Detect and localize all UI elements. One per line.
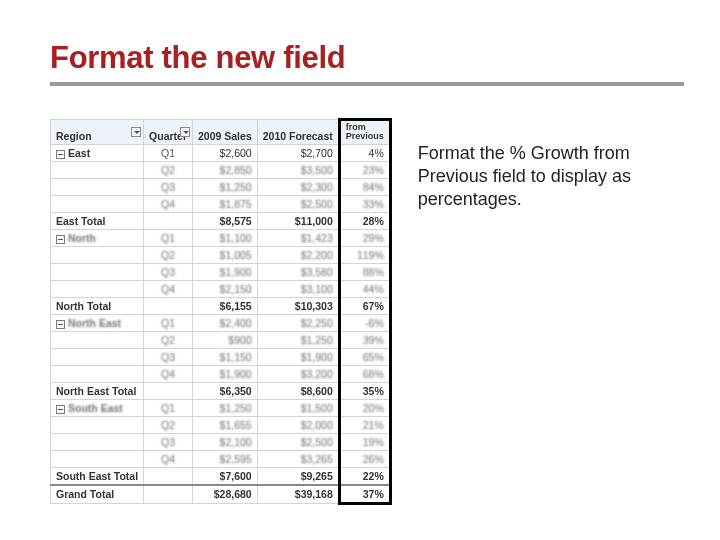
quarter-cell: Q1 bbox=[144, 314, 193, 331]
collapse-icon[interactable] bbox=[56, 235, 65, 244]
grand-total-label: Grand Total bbox=[51, 485, 144, 504]
col-header-region-label: Region bbox=[56, 130, 92, 142]
table-row: Q3$1,150$1,90065% bbox=[51, 348, 391, 365]
region-cell bbox=[51, 280, 144, 297]
forecast-cell: $1,900 bbox=[257, 348, 339, 365]
subtotal-forecast: $10,303 bbox=[257, 297, 339, 314]
forecast-cell: $1,250 bbox=[257, 331, 339, 348]
filter-dropdown-icon[interactable] bbox=[180, 127, 190, 137]
col-header-quarter[interactable]: Quarter bbox=[144, 120, 193, 145]
col-header-region[interactable]: Region bbox=[51, 120, 144, 145]
quarter-cell: Q3 bbox=[144, 178, 193, 195]
region-label: North bbox=[68, 232, 96, 244]
growth-cell: 29% bbox=[339, 229, 390, 246]
subtotal-growth: 28% bbox=[339, 212, 390, 229]
region-cell bbox=[51, 331, 144, 348]
title-rule bbox=[50, 82, 684, 86]
table-row: EastQ1$2,600$2,7004% bbox=[51, 144, 391, 161]
subtotal-row: East Total$8,575$11,00028% bbox=[51, 212, 391, 229]
table-row: Q2$2,850$3,50023% bbox=[51, 161, 391, 178]
quarter-cell: Q1 bbox=[144, 399, 193, 416]
growth-cell: 19% bbox=[339, 433, 390, 450]
sales-cell: $1,250 bbox=[193, 178, 258, 195]
grand-total-growth: 37% bbox=[339, 485, 390, 504]
growth-cell: 33% bbox=[339, 195, 390, 212]
region-cell bbox=[51, 263, 144, 280]
region-cell bbox=[51, 348, 144, 365]
filter-dropdown-icon[interactable] bbox=[131, 127, 141, 137]
slide-title: Format the new field bbox=[50, 40, 684, 76]
col-header-growth: from Previous bbox=[339, 120, 390, 145]
region-label: South East bbox=[68, 402, 123, 414]
growth-cell: 84% bbox=[339, 178, 390, 195]
forecast-cell: $2,500 bbox=[257, 433, 339, 450]
growth-cell: 65% bbox=[339, 348, 390, 365]
region-cell: North East bbox=[51, 314, 144, 331]
quarter-cell: Q3 bbox=[144, 263, 193, 280]
region-cell: South East bbox=[51, 399, 144, 416]
table-row: South EastQ1$1,250$1,50020% bbox=[51, 399, 391, 416]
table-row: Q2$1,655$2,00021% bbox=[51, 416, 391, 433]
table-row: Q3$2,100$2,50019% bbox=[51, 433, 391, 450]
quarter-cell: Q3 bbox=[144, 433, 193, 450]
quarter-cell: Q4 bbox=[144, 365, 193, 382]
region-cell bbox=[51, 246, 144, 263]
table-row: Q3$1,900$3,58088% bbox=[51, 263, 391, 280]
collapse-icon[interactable] bbox=[56, 150, 65, 159]
sales-cell: $1,150 bbox=[193, 348, 258, 365]
quarter-cell: Q2 bbox=[144, 161, 193, 178]
growth-cell: 44% bbox=[339, 280, 390, 297]
sales-cell: $1,005 bbox=[193, 246, 258, 263]
col-header-forecast: 2010 Forecast bbox=[257, 120, 339, 145]
grand-total-sales: $28,680 bbox=[193, 485, 258, 504]
growth-cell: -6% bbox=[339, 314, 390, 331]
sales-cell: $1,655 bbox=[193, 416, 258, 433]
subtotal-forecast: $11,000 bbox=[257, 212, 339, 229]
forecast-cell: $1,500 bbox=[257, 399, 339, 416]
forecast-cell: $2,000 bbox=[257, 416, 339, 433]
sales-cell: $2,400 bbox=[193, 314, 258, 331]
table-row: Q4$2,595$3,26526% bbox=[51, 450, 391, 467]
sales-cell: $1,875 bbox=[193, 195, 258, 212]
subtotal-sales: $8,575 bbox=[193, 212, 258, 229]
quarter-cell: Q1 bbox=[144, 144, 193, 161]
table-row: Q2$900$1,25039% bbox=[51, 331, 391, 348]
forecast-cell: $2,500 bbox=[257, 195, 339, 212]
subtotal-row: North East Total$6,350$8,60035% bbox=[51, 382, 391, 399]
region-cell bbox=[51, 450, 144, 467]
quarter-cell: Q4 bbox=[144, 280, 193, 297]
subtotal-growth: 35% bbox=[339, 382, 390, 399]
table-row: Q4$1,900$3,20068% bbox=[51, 365, 391, 382]
forecast-cell: $3,100 bbox=[257, 280, 339, 297]
growth-cell: 4% bbox=[339, 144, 390, 161]
forecast-cell: $1,423 bbox=[257, 229, 339, 246]
sales-cell: $2,595 bbox=[193, 450, 258, 467]
table-row: Q4$2,150$3,10044% bbox=[51, 280, 391, 297]
forecast-cell: $3,200 bbox=[257, 365, 339, 382]
quarter-cell: Q2 bbox=[144, 416, 193, 433]
subtotal-forecast: $8,600 bbox=[257, 382, 339, 399]
sales-cell: $1,900 bbox=[193, 365, 258, 382]
quarter-cell: Q2 bbox=[144, 331, 193, 348]
subtotal-sales: $6,350 bbox=[193, 382, 258, 399]
subtotal-forecast: $9,265 bbox=[257, 467, 339, 485]
collapse-icon[interactable] bbox=[56, 320, 65, 329]
forecast-cell: $3,265 bbox=[257, 450, 339, 467]
subtotal-row: South East Total$7,600$9,26522% bbox=[51, 467, 391, 485]
sales-cell: $1,250 bbox=[193, 399, 258, 416]
subtotal-growth: 22% bbox=[339, 467, 390, 485]
growth-cell: 26% bbox=[339, 450, 390, 467]
region-cell: North bbox=[51, 229, 144, 246]
growth-cell: 68% bbox=[339, 365, 390, 382]
table-row: Q2$1,005$2,200119% bbox=[51, 246, 391, 263]
table-row: North EastQ1$2,400$2,250-6% bbox=[51, 314, 391, 331]
forecast-cell: $3,500 bbox=[257, 161, 339, 178]
region-cell bbox=[51, 161, 144, 178]
subtotal-sales: $6,155 bbox=[193, 297, 258, 314]
forecast-cell: $2,250 bbox=[257, 314, 339, 331]
sales-cell: $1,900 bbox=[193, 263, 258, 280]
subtotal-row: North Total$6,155$10,30367% bbox=[51, 297, 391, 314]
region-cell bbox=[51, 178, 144, 195]
collapse-icon[interactable] bbox=[56, 405, 65, 414]
pivot-table-container: Region Quarter 2009 Sales 2010 Forecast … bbox=[50, 118, 392, 505]
